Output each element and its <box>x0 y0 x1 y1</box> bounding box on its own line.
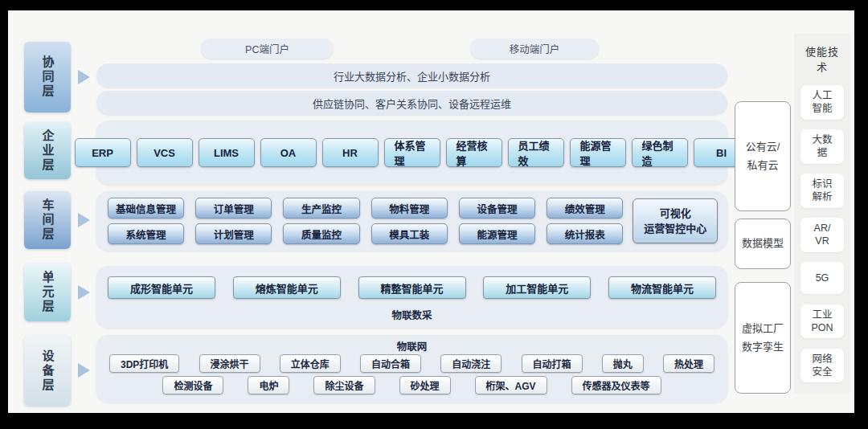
layer-device: 设备层 <box>24 336 71 406</box>
device-node: 自动浇注 <box>440 354 502 373</box>
enterprise-system-node: OA <box>260 138 317 167</box>
workshop-module-node: 设备管理 <box>459 198 535 219</box>
layer-unit: 单元层 <box>24 264 71 321</box>
diagram-frame: 协同层 企业层 车间层 单元层 设备层 PC端门户 移动端门户 行业大数据分析、… <box>0 0 868 429</box>
collaboration-bars: 行业大数据分析、企业小数据分析供应链协同、客户关系协同、设备远程运维 <box>96 63 727 115</box>
intelligent-unit-node: 精整智能单元 <box>358 276 466 299</box>
enabling-tech-item: 人工 智能 <box>800 85 844 120</box>
digital-twin-panel: 虚拟工厂 数字孪生 <box>735 282 791 394</box>
enterprise-system-node: 能源管理 <box>570 138 626 167</box>
enterprise-system-node: 员工绩效 <box>508 138 564 167</box>
device-node: 热处理 <box>663 354 714 373</box>
device-node: 砂处理 <box>399 376 451 394</box>
layer-unit-label: 单元层 <box>39 271 56 314</box>
iot-title: 物联网 <box>109 338 714 352</box>
layer-enterprise: 企业层 <box>24 122 71 179</box>
layer-enterprise-label: 企业层 <box>39 129 56 173</box>
device-row2: 检测设备电炉除尘设备砂处理桁架、AGV传感器及仪表等 <box>109 376 714 394</box>
workshop-module-node: 基础信息管理 <box>108 198 184 219</box>
unit-cells: 成形智能单元熔炼智能单元精整智能单元加工智能单元物流智能单元 <box>108 276 716 299</box>
workshop-module-node: 系统管理 <box>108 223 184 244</box>
enabling-tech-item: 网络 安全 <box>800 349 844 383</box>
device-node: 传感器及仪表等 <box>571 376 661 394</box>
right-arrow-icon <box>78 70 90 84</box>
workshop-module-node: 质量监控 <box>283 223 359 244</box>
enabling-tech-item: 大数 据 <box>800 129 844 164</box>
enabling-tech-list: 人工 智能大数 据标识 解析AR/ VR5G工业 PON网络 安全 <box>800 85 844 382</box>
workshop-row: 基础信息管理订单管理生产监控物料管理设备管理绩效管理 系统管理计划管理质量监控模… <box>96 191 727 251</box>
device-node: 自动合箱 <box>360 354 421 373</box>
device-row1: 3DP打印机浸涂烘干立体仓库自动合箱自动浇注自动打箱抛丸热处理 <box>109 354 714 373</box>
enterprise-row: ERPVCSLIMSOAHR体系管理经营核算员工绩效能源管理绿色制造BI <box>96 121 727 185</box>
enterprise-system-node: 经营核算 <box>446 138 502 167</box>
intelligent-unit-node: 物流智能单元 <box>608 276 716 299</box>
enabling-tech-item: 标识 解析 <box>800 174 844 208</box>
enterprise-system-node: VCS <box>137 138 193 167</box>
enabling-tech-item: 5G <box>800 262 844 294</box>
device-node: 电炉 <box>248 376 289 394</box>
layer-workshop: 车间层 <box>24 191 71 249</box>
workshop-module-node: 绩效管理 <box>547 198 623 219</box>
enabling-tech-item: 工业 PON <box>800 304 844 339</box>
device-node: 浸涂烘干 <box>199 354 260 373</box>
intelligent-unit-node: 熔炼智能单元 <box>233 276 341 299</box>
enterprise-system-node: LIMS <box>199 138 255 167</box>
workshop-module-node: 生产监控 <box>283 198 359 219</box>
workshop-module-node: 计划管理 <box>195 223 272 244</box>
intelligent-unit-node: 加工智能单元 <box>483 276 591 299</box>
device-node: 除尘设备 <box>313 376 375 394</box>
intelligent-unit-node: 成形智能单元 <box>108 276 215 299</box>
workshop-grid: 基础信息管理订单管理生产监控物料管理设备管理绩效管理 系统管理计划管理质量监控模… <box>108 198 623 244</box>
device-node: 立体仓库 <box>280 354 341 373</box>
device-node: 检测设备 <box>162 376 223 394</box>
device-node: 桁架、AGV <box>475 376 547 394</box>
workshop-module-node: 统计报表 <box>547 223 623 244</box>
layer-collaboration: 协同层 <box>24 42 71 112</box>
collaboration-bar: 行业大数据分析、企业小数据分析 <box>96 63 727 88</box>
data-model-panel: 数据模型 <box>735 219 791 269</box>
device-node: 抛丸 <box>602 354 644 373</box>
device-node: 3DP打印机 <box>109 354 179 373</box>
architecture-diagram: 协同层 企业层 车间层 单元层 设备层 PC端门户 移动端门户 行业大数据分析、… <box>8 10 854 413</box>
enabling-tech-title: 使能技术 <box>800 43 844 74</box>
collaboration-bar: 供应链协同、客户关系协同、设备远程运维 <box>96 91 727 115</box>
layer-device-label: 设备层 <box>39 349 56 393</box>
unit-row: 成形智能单元熔炼智能单元精整智能单元加工智能单元物流智能单元 物联数采 <box>96 266 727 328</box>
visual-operation-center-node: 可视化 运营智控中心 <box>633 198 718 243</box>
cloud-panel: 公有云/ 私有云 <box>735 101 791 211</box>
workshop-module-node: 模具工装 <box>371 223 448 244</box>
layer-collaboration-label: 协同层 <box>39 55 56 99</box>
enterprise-system-node: 体系管理 <box>384 138 440 167</box>
enabling-tech-column: 使能技术 人工 智能大数 据标识 解析AR/ VR5G工业 PON网络 安全 <box>794 34 850 394</box>
workshop-module-node: 物料管理 <box>371 198 448 219</box>
enabling-tech-item: AR/ VR <box>800 218 844 252</box>
portal-mobile: 移动端门户 <box>470 39 599 59</box>
workshop-module-node: 能源管理 <box>459 223 535 244</box>
device-node: 自动打箱 <box>522 354 583 373</box>
layer-workshop-label: 车间层 <box>39 198 56 242</box>
workshop-module-node: 订单管理 <box>195 198 272 219</box>
right-arrow-icon <box>78 285 90 300</box>
enterprise-system-node: ERP <box>75 138 131 167</box>
portal-pc: PC端门户 <box>201 39 334 59</box>
enterprise-system-node: HR <box>322 138 379 167</box>
iot-data-collection-label: 物联数采 <box>108 307 716 322</box>
enterprise-system-node: 绿色制造 <box>632 138 688 167</box>
device-row: 物联网 3DP打印机浸涂烘干立体仓库自动合箱自动浇注自动打箱抛丸热处理 检测设备… <box>96 335 727 402</box>
right-arrow-icon <box>78 213 90 227</box>
right-arrow-icon <box>78 363 90 378</box>
